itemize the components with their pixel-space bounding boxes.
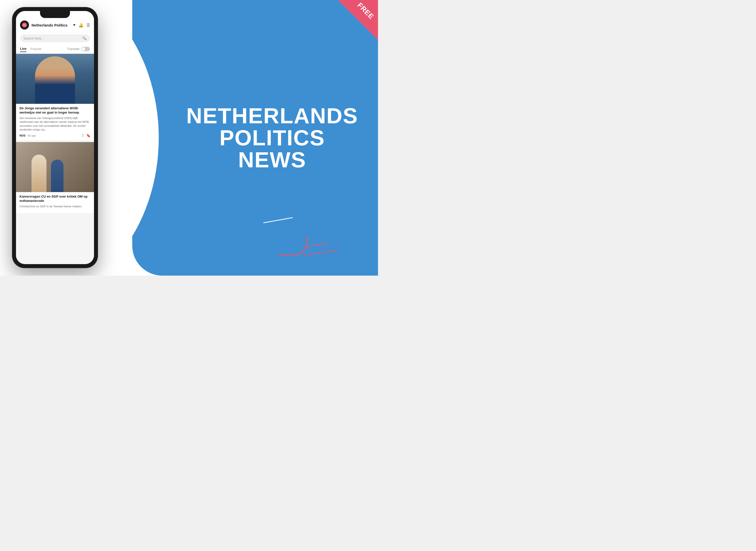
phone-notch <box>40 11 70 18</box>
app-logo-inner: NDL <box>22 22 27 27</box>
search-icon: 🔍 <box>82 36 87 40</box>
news-image-2 <box>16 142 94 192</box>
news-card-1[interactable]: De Jonge verandert alternatieve WOB-werk… <box>16 54 94 140</box>
news-content-1: De Jonge verandert alternatieve WOB-werk… <box>16 104 94 140</box>
hero-line-3: NEWS <box>186 149 358 171</box>
news-feed: De Jonge verandert alternatieve WOB-werk… <box>16 54 94 264</box>
app-title-label: Netherlands Politics <box>31 23 71 27</box>
news-content-2: Kamervragen CU en SGP over kritiek OM op… <box>16 192 94 213</box>
news-source-1: NOS <box>19 134 25 137</box>
translate-label: Translate <box>67 47 79 51</box>
news-excerpt-1: Het ministerie van Volksgezondheid (VWS)… <box>19 116 91 132</box>
share-icon[interactable]: ⤴ <box>82 133 84 137</box>
hero-line-2: POLITICS <box>186 127 358 149</box>
menu-icon[interactable]: ☰ <box>87 23 90 27</box>
news-card-2[interactable]: Kamervragen CU en SGP over kritiek OM op… <box>16 142 94 213</box>
app-logo: NDL <box>20 20 29 29</box>
phone-screen: NDL Netherlands Politics ♥ 🔔 ☰ Search he… <box>16 11 94 264</box>
tabs-row: Live Popular Translate <box>16 44 94 54</box>
phone-frame: NDL Netherlands Politics ♥ 🔔 ☰ Search he… <box>13 7 97 267</box>
app-logo-text: NDL <box>23 24 26 26</box>
news-time-1: 4d ago <box>27 134 36 137</box>
news-meta-1: NOS 4d ago ⤴ 🔖 <box>19 133 91 137</box>
tab-popular[interactable]: Popular <box>31 46 42 52</box>
hero-title: NETHERLANDS POLITICS NEWS <box>186 105 358 171</box>
tab-live[interactable]: Live <box>20 46 27 52</box>
bookmark-icon[interactable]: 🔖 <box>86 133 91 137</box>
search-placeholder: Search here... <box>23 36 80 40</box>
search-bar: Search here... 🔍 <box>16 32 94 44</box>
toggle-thumb <box>81 47 85 51</box>
hero-line-1: NETHERLANDS <box>186 105 358 127</box>
favorite-icon[interactable]: ♥ <box>73 23 76 27</box>
news-headline-2: Kamervragen CU en SGP over kritiek OM op… <box>19 194 91 203</box>
search-input-wrap[interactable]: Search here... 🔍 <box>20 34 90 42</box>
translate-toggle[interactable]: Translate <box>67 47 90 51</box>
notification-icon[interactable]: 🔔 <box>79 23 83 27</box>
news-headline-1: De Jonge verandert alternatieve WOB-werk… <box>19 106 91 115</box>
header-icons: ♥ 🔔 ☰ <box>73 23 90 27</box>
phone-mockup: NDL Netherlands Politics ♥ 🔔 ☰ Search he… <box>13 7 97 267</box>
news-actions-1: ⤴ 🔖 <box>82 133 91 137</box>
news-image-1 <box>16 54 94 104</box>
news-excerpt-2: ChristenUnie en SGP in de Tweede Kamer h… <box>19 204 91 208</box>
toggle-track <box>81 47 90 51</box>
